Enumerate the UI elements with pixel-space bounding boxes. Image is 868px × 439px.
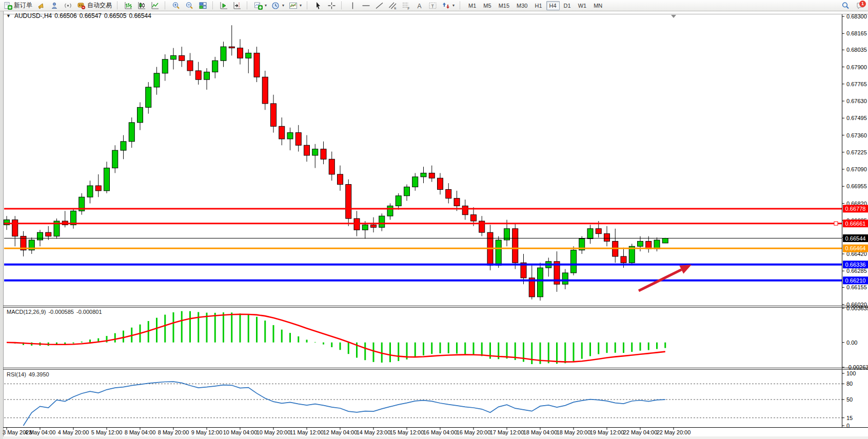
timeframe-button-m15[interactable]: M15 bbox=[496, 1, 512, 10]
timeframe-button-m5[interactable]: M5 bbox=[480, 1, 494, 10]
candle-up bbox=[379, 216, 385, 227]
candle-down bbox=[346, 185, 351, 219]
signals-button[interactable] bbox=[62, 1, 74, 11]
toolbar-separator bbox=[247, 2, 249, 9]
timeframe-button-h4[interactable]: H4 bbox=[546, 1, 560, 10]
svg-text:15: 15 bbox=[846, 415, 853, 421]
candle-up bbox=[221, 47, 226, 61]
line-endpoint-marker[interactable] bbox=[834, 222, 838, 225]
fibonacci-button[interactable]: F bbox=[400, 1, 412, 11]
dropdown-caret-icon: ▾ bbox=[300, 3, 302, 8]
svg-text:15 May 12:00: 15 May 12:00 bbox=[390, 429, 424, 435]
ohlc-low: 0.66505 bbox=[104, 12, 126, 19]
vertical-line-icon bbox=[348, 2, 357, 10]
candle-down bbox=[195, 71, 201, 79]
dropdown-caret-icon: ▾ bbox=[265, 3, 267, 8]
candle-up bbox=[112, 150, 118, 168]
candle-up bbox=[137, 107, 143, 123]
candle-up bbox=[246, 53, 251, 58]
svg-text:18 May 04:00: 18 May 04:00 bbox=[523, 429, 558, 435]
auto-scroll-icon bbox=[220, 2, 228, 10]
svg-text:0.68035: 0.68035 bbox=[846, 47, 867, 53]
candle-down bbox=[229, 47, 234, 48]
candle-up bbox=[162, 59, 168, 73]
svg-text:22 May 20:00: 22 May 20:00 bbox=[657, 429, 691, 435]
autotrading-label: 自动交易 bbox=[87, 1, 112, 10]
bar-chart-button[interactable] bbox=[122, 1, 135, 11]
chart-plot-area[interactable] bbox=[4, 14, 842, 427]
candle-down bbox=[596, 229, 601, 234]
text-label-button[interactable]: T bbox=[426, 1, 439, 11]
cursor-button[interactable] bbox=[312, 1, 325, 11]
cursor-icon bbox=[314, 2, 323, 10]
candle-down bbox=[95, 186, 101, 191]
templates-button[interactable]: ▾ bbox=[287, 1, 304, 11]
timeframe-button-mn[interactable]: MN bbox=[590, 1, 605, 10]
candle-up bbox=[662, 238, 668, 243]
candle-down bbox=[621, 256, 626, 263]
arrows-button[interactable]: ▾ bbox=[440, 1, 457, 11]
chart-shift-icon bbox=[233, 2, 242, 10]
signals-icon bbox=[64, 2, 72, 10]
candle-down bbox=[321, 149, 326, 159]
horizontal-line-button[interactable] bbox=[360, 1, 372, 11]
timeframe-button-w1[interactable]: W1 bbox=[575, 1, 590, 10]
tile-windows-button[interactable] bbox=[196, 1, 209, 11]
community-button[interactable] bbox=[48, 1, 61, 11]
svg-text:0.66285: 0.66285 bbox=[846, 268, 867, 274]
chart-expand-icon[interactable]: ▼ bbox=[6, 13, 11, 18]
candle-up bbox=[87, 186, 93, 197]
timeframe-button-h1[interactable]: H1 bbox=[531, 1, 545, 10]
candle-up bbox=[287, 133, 293, 139]
candle-down bbox=[46, 232, 51, 236]
trendline-button[interactable] bbox=[373, 1, 386, 11]
svg-text:0.67900: 0.67900 bbox=[846, 64, 867, 70]
text-label-icon: T bbox=[428, 2, 437, 10]
dropdown-caret-icon: ▾ bbox=[452, 3, 455, 8]
periods-button[interactable]: ▾ bbox=[269, 1, 286, 11]
new-order-button[interactable]: 新订单 bbox=[2, 1, 34, 11]
search-button[interactable] bbox=[839, 1, 852, 11]
svg-text:0: 0 bbox=[846, 423, 850, 429]
timeframe-button-m1[interactable]: M1 bbox=[465, 1, 479, 10]
timeframe-button-d1[interactable]: D1 bbox=[561, 1, 574, 10]
equidistant-channel-button[interactable]: E bbox=[386, 1, 399, 11]
svg-text:0.66210: 0.66210 bbox=[845, 277, 866, 284]
fibonacci-icon: F bbox=[402, 2, 410, 10]
svg-text:0.66778: 0.66778 bbox=[845, 206, 866, 212]
svg-text:4 May 04:00: 4 May 04:00 bbox=[25, 429, 56, 435]
auto-scroll-button[interactable] bbox=[218, 1, 230, 11]
chat-button[interactable]: 1 bbox=[854, 1, 865, 11]
crosshair-button[interactable] bbox=[325, 1, 338, 11]
candle-up bbox=[204, 72, 210, 79]
svg-text:0.67765: 0.67765 bbox=[846, 81, 867, 87]
svg-text:5 May 12:00: 5 May 12:00 bbox=[91, 429, 123, 435]
candle-up bbox=[362, 225, 368, 230]
svg-text:8 May 04:00: 8 May 04:00 bbox=[125, 429, 156, 435]
svg-text:0.66336: 0.66336 bbox=[845, 262, 866, 268]
line-chart-button[interactable] bbox=[149, 1, 162, 11]
time-axis[interactable]: 3 May 20234 May 04:004 May 20:005 May 12… bbox=[3, 428, 691, 436]
candlestick-chart-button[interactable] bbox=[135, 1, 148, 11]
toolbar-right-group: 1 bbox=[839, 1, 866, 11]
svg-text:0.66544: 0.66544 bbox=[845, 235, 866, 242]
svg-text:10 May 04:00: 10 May 04:00 bbox=[223, 429, 258, 435]
autotrading-button[interactable]: 自动交易 bbox=[75, 1, 114, 11]
candle-down bbox=[371, 225, 377, 227]
chart-canvas[interactable]: 0.683000.681650.680350.679000.677650.676… bbox=[0, 0, 868, 439]
candle-down bbox=[604, 234, 610, 242]
rsi-indicator-label: RSI(14) 49.3950 bbox=[7, 371, 49, 377]
text-button[interactable]: A bbox=[413, 1, 426, 11]
timeframe-button-m30[interactable]: M30 bbox=[514, 1, 530, 10]
zoom-out-button[interactable] bbox=[183, 1, 196, 11]
toolbar-separator bbox=[460, 2, 462, 9]
indicators-button[interactable]: ▾ bbox=[252, 1, 269, 11]
candle-down bbox=[329, 159, 334, 174]
chart-shift-button[interactable] bbox=[231, 1, 244, 11]
candle-up bbox=[171, 55, 176, 59]
zoom-in-button[interactable] bbox=[170, 1, 183, 11]
vertical-line-button[interactable] bbox=[346, 1, 359, 11]
candle-down bbox=[262, 77, 268, 104]
candle-up bbox=[496, 240, 501, 265]
megaphone-button[interactable] bbox=[35, 1, 48, 11]
